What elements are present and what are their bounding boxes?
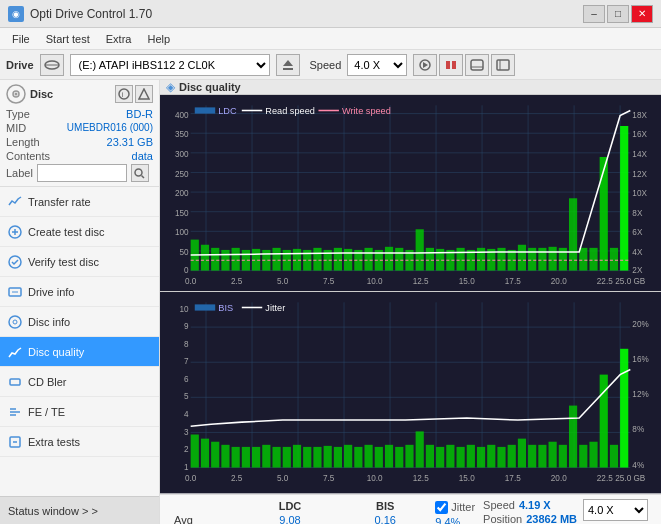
contents-label: Contents — [6, 150, 50, 162]
speed-info: Speed 4.19 X Position 23862 MB Samples 3… — [483, 499, 577, 524]
verify-test-disc-icon — [8, 255, 22, 269]
svg-rect-160 — [313, 447, 321, 468]
menu-start-test[interactable]: Start test — [38, 31, 98, 47]
svg-rect-58 — [232, 248, 240, 271]
svg-rect-173 — [446, 445, 454, 468]
menu-extra[interactable]: Extra — [98, 31, 140, 47]
status-window-button[interactable]: Status window > > — [0, 496, 159, 524]
jitter-checkbox[interactable] — [435, 501, 448, 514]
nav-create-test-disc-label: Create test disc — [28, 226, 104, 238]
sidebar: Disc i Type BD-R MID UMEBDR016 (000) — [0, 80, 160, 524]
svg-text:200: 200 — [175, 189, 189, 198]
svg-text:22.5: 22.5 — [597, 474, 613, 483]
disc-btn-1[interactable]: i — [115, 85, 133, 103]
svg-text:BIS: BIS — [218, 303, 233, 313]
svg-rect-62 — [272, 248, 280, 271]
status-window-label: Status window > > — [8, 505, 98, 517]
svg-text:10.0: 10.0 — [367, 474, 383, 483]
chart1-svg: 0 50 100 150 200 250 300 350 400 18X 16X… — [160, 95, 661, 291]
svg-text:2: 2 — [184, 445, 189, 454]
svg-rect-183 — [549, 442, 557, 468]
svg-text:300: 300 — [175, 150, 189, 159]
svg-rect-182 — [538, 445, 546, 468]
label-search-btn[interactable] — [131, 164, 149, 182]
disc-quality-panel: ◈ Disc quality — [160, 80, 661, 524]
action-buttons: 4.0 X Start full Start part — [583, 499, 655, 524]
drive-select[interactable]: (E:) ATAPI iHBS112 2 CL0K — [70, 54, 270, 76]
speed-val: 4.19 X — [519, 499, 551, 511]
type-value: BD-R — [126, 108, 153, 120]
menu-file[interactable]: File — [4, 31, 38, 47]
svg-text:15.0: 15.0 — [459, 474, 475, 483]
disc-btn-2[interactable] — [135, 85, 153, 103]
speed-icon-4[interactable] — [491, 54, 515, 76]
disc-section: Disc i Type BD-R MID UMEBDR016 (000) — [0, 80, 159, 187]
action-speed-select[interactable]: 4.0 X — [583, 499, 648, 521]
nav-verify-test-disc[interactable]: Verify test disc — [0, 247, 159, 277]
nav-transfer-rate[interactable]: Transfer rate — [0, 187, 159, 217]
svg-text:Read speed: Read speed — [265, 106, 315, 116]
eject-button[interactable] — [276, 54, 300, 76]
svg-text:8: 8 — [184, 340, 189, 349]
nav-disc-info[interactable]: Disc info — [0, 307, 159, 337]
svg-text:20.0: 20.0 — [551, 474, 567, 483]
create-test-disc-icon — [8, 225, 22, 239]
svg-rect-172 — [436, 447, 444, 468]
svg-text:15.0: 15.0 — [459, 277, 475, 286]
svg-text:6: 6 — [184, 375, 189, 384]
position-key: Position — [483, 513, 522, 524]
nav-extra-tests[interactable]: Extra tests — [0, 427, 159, 457]
svg-rect-10 — [497, 60, 509, 70]
svg-rect-151 — [221, 445, 229, 468]
drive-icon[interactable] — [40, 54, 64, 76]
svg-text:50: 50 — [180, 248, 190, 257]
close-button[interactable]: ✕ — [631, 5, 653, 23]
svg-text:10.0: 10.0 — [367, 277, 383, 286]
nav-cd-bler[interactable]: CD Bler — [0, 367, 159, 397]
label-input[interactable] — [37, 164, 127, 182]
maximize-button[interactable]: □ — [607, 5, 629, 23]
svg-text:12X: 12X — [632, 170, 647, 179]
svg-rect-175 — [467, 445, 475, 468]
svg-rect-190 — [620, 349, 628, 468]
svg-rect-93 — [589, 248, 597, 271]
speed-icon-3[interactable] — [465, 54, 489, 76]
stats-table: LDC BIS Avg 9.08 0.16 — [166, 499, 427, 524]
panel-title: Disc quality — [179, 81, 241, 93]
app-icon: ◉ — [8, 6, 24, 22]
speed-icon-1[interactable] — [413, 54, 437, 76]
svg-text:18X: 18X — [632, 111, 647, 120]
minimize-button[interactable]: – — [583, 5, 605, 23]
svg-rect-162 — [334, 447, 342, 468]
svg-rect-82 — [477, 248, 485, 271]
svg-text:16X: 16X — [632, 130, 647, 139]
drive-bar: Drive (E:) ATAPI iHBS112 2 CL0K Speed 4.… — [0, 50, 661, 80]
window-controls: – □ ✕ — [583, 5, 653, 23]
svg-rect-154 — [252, 447, 260, 468]
svg-rect-164 — [354, 447, 362, 468]
svg-rect-150 — [211, 442, 219, 468]
charts-container: 0 50 100 150 200 250 300 350 400 18X 16X… — [160, 95, 661, 494]
nav-fe-te[interactable]: FE / TE — [0, 397, 159, 427]
svg-rect-71 — [364, 248, 372, 271]
svg-marker-17 — [139, 89, 149, 99]
svg-rect-89 — [549, 247, 557, 271]
nav-disc-quality[interactable]: Disc quality — [0, 337, 159, 367]
nav-create-test-disc[interactable]: Create test disc — [0, 217, 159, 247]
svg-rect-76 — [416, 229, 424, 270]
speed-select[interactable]: 4.0 X — [347, 54, 407, 76]
speed-label: Speed — [310, 59, 342, 71]
svg-text:12.5: 12.5 — [413, 474, 429, 483]
content-area: ◈ Disc quality — [160, 80, 661, 524]
cd-bler-icon — [8, 375, 22, 389]
svg-rect-181 — [528, 445, 536, 468]
svg-text:10X: 10X — [632, 189, 647, 198]
menu-help[interactable]: Help — [139, 31, 178, 47]
jitter-avg: 9.4% — [435, 516, 475, 524]
svg-rect-178 — [497, 447, 505, 468]
speed-icon-2[interactable] — [439, 54, 463, 76]
chart1-wrapper: 0 50 100 150 200 250 300 350 400 18X 16X… — [160, 95, 661, 292]
svg-rect-165 — [364, 445, 372, 468]
svg-rect-180 — [518, 439, 526, 468]
nav-drive-info[interactable]: Drive info — [0, 277, 159, 307]
